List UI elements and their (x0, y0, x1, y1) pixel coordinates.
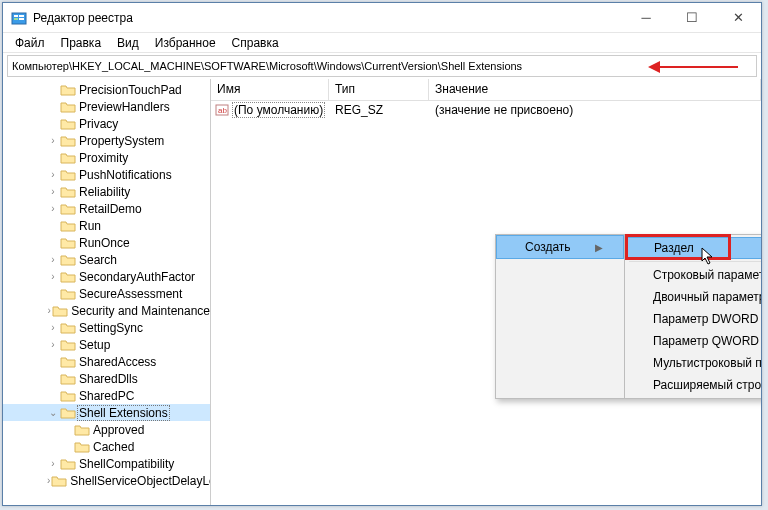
col-name[interactable]: Имя (211, 79, 329, 100)
tree-item[interactable]: PrecisionTouchPad (3, 81, 210, 98)
tree-item[interactable]: ›Reliability (3, 183, 210, 200)
chevron-right-icon: ▶ (595, 242, 603, 253)
chevron-right-icon[interactable]: › (47, 322, 59, 333)
context-new-multistring[interactable]: Мультистроковый параметр (625, 352, 761, 374)
folder-icon (60, 406, 76, 420)
folder-icon (60, 270, 76, 284)
tree-item[interactable]: ›ShellServiceObjectDelayLoad (3, 472, 210, 489)
window-title: Редактор реестра (33, 11, 623, 25)
svg-rect-1 (14, 15, 18, 17)
tree-item[interactable]: ›SettingSync (3, 319, 210, 336)
close-button[interactable]: ✕ (715, 3, 761, 33)
folder-icon (60, 287, 76, 301)
col-type[interactable]: Тип (329, 79, 429, 100)
folder-icon (60, 253, 76, 267)
list-header: Имя Тип Значение (211, 79, 761, 101)
list-row[interactable]: ab (По умолчанию) REG_SZ (значение не пр… (211, 101, 761, 119)
tree-item[interactable]: ›Search (3, 251, 210, 268)
context-new-dword[interactable]: Параметр DWORD (32 бита) (625, 308, 761, 330)
tree-item[interactable]: Proximity (3, 149, 210, 166)
menu-help[interactable]: Справка (224, 34, 287, 52)
chevron-right-icon[interactable]: › (47, 135, 59, 146)
tree-item-label: SharedAccess (79, 355, 156, 369)
chevron-right-icon[interactable]: › (47, 271, 59, 282)
tree-item[interactable]: SharedPC (3, 387, 210, 404)
tree-item[interactable]: ›PropertySystem (3, 132, 210, 149)
context-new-qword[interactable]: Параметр QWORD (64 бита) (625, 330, 761, 352)
context-menu: Создать ▶ Раздел Строковый параметр Двои… (495, 234, 761, 399)
tree-item[interactable]: ⌄Shell Extensions (3, 404, 210, 421)
chevron-right-icon[interactable]: › (47, 169, 59, 180)
tree-item-label: SecondaryAuthFactor (79, 270, 195, 284)
tree-item-label: PushNotifications (79, 168, 172, 182)
body: PrecisionTouchPadPreviewHandlersPrivacy›… (3, 79, 761, 505)
folder-icon (60, 355, 76, 369)
app-icon (11, 10, 27, 26)
tree-item[interactable]: ›Security and Maintenance (3, 302, 210, 319)
tree-item[interactable]: ›SecondaryAuthFactor (3, 268, 210, 285)
svg-text:ab: ab (218, 106, 227, 115)
tree-item[interactable]: Privacy (3, 115, 210, 132)
menu-edit[interactable]: Правка (53, 34, 110, 52)
chevron-right-icon[interactable]: › (47, 339, 59, 350)
tree-item[interactable]: Run (3, 217, 210, 234)
folder-icon (60, 185, 76, 199)
tree-item-label: SharedPC (79, 389, 134, 403)
tree-item[interactable]: ›PushNotifications (3, 166, 210, 183)
tree-item[interactable]: SharedDlls (3, 370, 210, 387)
context-new-key[interactable]: Раздел (625, 237, 761, 259)
chevron-right-icon[interactable]: › (47, 305, 51, 316)
svg-rect-3 (19, 15, 24, 17)
tree-item[interactable]: SharedAccess (3, 353, 210, 370)
tree-item-label: Approved (93, 423, 144, 437)
tree-item[interactable]: ›Setup (3, 336, 210, 353)
maximize-button[interactable]: ☐ (669, 3, 715, 33)
col-value[interactable]: Значение (429, 79, 761, 100)
tree-item[interactable]: Cached (3, 438, 210, 455)
list-panel: Имя Тип Значение ab (По умолчанию) REG_S… (211, 79, 761, 505)
minimize-button[interactable]: ─ (623, 3, 669, 33)
tree-item[interactable]: ›ShellCompatibility (3, 455, 210, 472)
tree-item[interactable]: SecureAssessment (3, 285, 210, 302)
tree-item-label: ShellCompatibility (79, 457, 174, 471)
tree-item-label: Search (79, 253, 117, 267)
tree-item-label: SecureAssessment (79, 287, 182, 301)
folder-icon (60, 219, 76, 233)
folder-icon (60, 202, 76, 216)
chevron-right-icon[interactable]: › (47, 254, 59, 265)
chevron-right-icon[interactable]: › (47, 458, 59, 469)
folder-icon (60, 236, 76, 250)
folder-icon (60, 389, 76, 403)
tree-item-label: ShellServiceObjectDelayLoad (70, 474, 211, 488)
context-create[interactable]: Создать ▶ (496, 235, 624, 259)
tree-item-label: RetailDemo (79, 202, 142, 216)
folder-icon (52, 304, 68, 318)
address-bar[interactable]: Компьютер\HKEY_LOCAL_MACHINE\SOFTWARE\Mi… (7, 55, 757, 77)
annotation-arrow (638, 60, 738, 74)
menu-file[interactable]: Файл (7, 34, 53, 52)
chevron-right-icon[interactable]: › (47, 475, 50, 486)
menu-view[interactable]: Вид (109, 34, 147, 52)
context-new-expandstring[interactable]: Расширяемый строковый параметр (625, 374, 761, 396)
tree-item[interactable]: RunOnce (3, 234, 210, 251)
folder-icon (74, 423, 90, 437)
tree-item-label: SettingSync (79, 321, 143, 335)
tree-panel[interactable]: PrecisionTouchPadPreviewHandlersPrivacy›… (3, 79, 211, 505)
folder-icon (60, 321, 76, 335)
context-submenu: Раздел Строковый параметр Двоичный парам… (625, 234, 761, 399)
context-new-binary[interactable]: Двоичный параметр (625, 286, 761, 308)
address-text: Компьютер\HKEY_LOCAL_MACHINE\SOFTWARE\Mi… (12, 60, 522, 72)
menu-favorites[interactable]: Избранное (147, 34, 224, 52)
folder-icon (60, 372, 76, 386)
context-new-string[interactable]: Строковый параметр (625, 264, 761, 286)
chevron-down-icon[interactable]: ⌄ (47, 407, 59, 418)
svg-rect-4 (19, 18, 24, 20)
chevron-right-icon[interactable]: › (47, 203, 59, 214)
tree-item[interactable]: ›RetailDemo (3, 200, 210, 217)
folder-icon (60, 83, 76, 97)
tree-item-label: Cached (93, 440, 134, 454)
tree-item[interactable]: PreviewHandlers (3, 98, 210, 115)
tree-item-label: Proximity (79, 151, 128, 165)
tree-item[interactable]: Approved (3, 421, 210, 438)
chevron-right-icon[interactable]: › (47, 186, 59, 197)
